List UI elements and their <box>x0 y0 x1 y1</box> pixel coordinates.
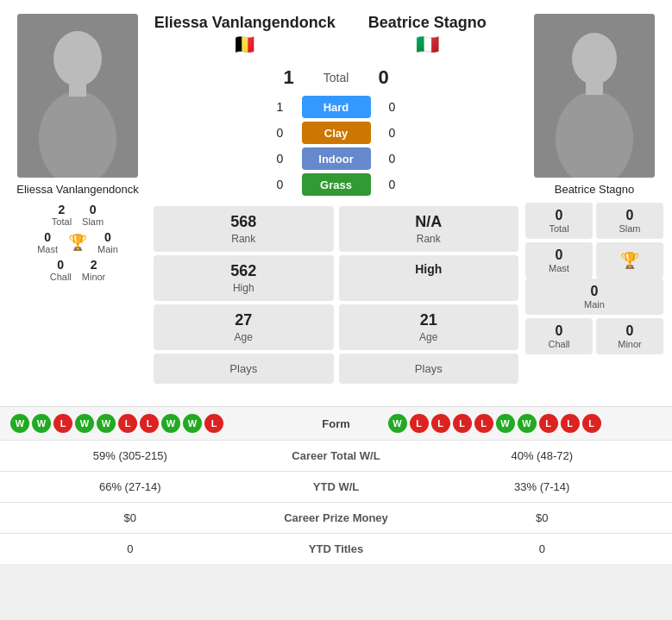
player1-name-center: Eliessa Vanlangendonck <box>154 14 336 32</box>
player1-main-label: Main <box>97 244 118 254</box>
trophy-icon-1: 🏆 <box>68 235 87 250</box>
trophy-cell-2: 🏆 <box>596 242 663 279</box>
stat-left-0: 59% (305-215) <box>10 449 250 462</box>
total-score-right: 0 <box>371 66 397 89</box>
stat-left-3: 0 <box>10 542 250 555</box>
player1-rank-label: Rank <box>164 233 323 245</box>
player1-age-value: 27 <box>164 311 323 329</box>
player2-form-badges: WLLLLWWLLL <box>388 414 663 433</box>
player1-total-value: 2 <box>59 203 66 216</box>
form-badge-p2: W <box>388 414 407 433</box>
hard-score-right: 0 <box>380 100 405 114</box>
player1-total-label: Total <box>52 216 72 227</box>
player2-main-cell-b: 0 Main <box>525 279 663 315</box>
svg-point-1 <box>53 31 102 86</box>
indoor-score-left: 0 <box>267 152 293 166</box>
player2-card: Beatrice Stagno 0 Total 0 Slam 0 Mast 🏆 <box>525 14 663 384</box>
player2-total-value: 0 <box>532 208 586 223</box>
grass-score-right: 0 <box>380 178 405 191</box>
player2-chall-value: 0 <box>532 323 586 339</box>
player1-form-badges: WWLWWLLWWL <box>10 414 285 433</box>
player1-chall-label: Chall <box>50 272 72 282</box>
player2-main-label-b: Main <box>532 299 656 310</box>
indoor-row: 0 Indoor 0 <box>154 147 518 170</box>
player2-mast-value: 0 <box>532 247 586 263</box>
player1-minor-item: 2 Minor <box>82 258 106 282</box>
form-badge-p2: L <box>539 414 558 433</box>
total-row: 1 Total 0 <box>154 66 518 89</box>
player1-high-value: 562 <box>164 262 323 280</box>
stats-table: 59% (305-215) Career Total W/L 40% (48-7… <box>0 441 672 564</box>
player2-total-cell: 0 Total <box>525 203 593 239</box>
surface-rows: 1 Hard 0 0 Clay 0 0 Indoor <box>154 96 518 196</box>
form-badge-p2: L <box>582 414 601 433</box>
player2-high-box: High <box>339 255 519 301</box>
player2-minor-label: Minor <box>603 339 656 349</box>
main-container: Eliessa Vanlangendonck 2 Total 0 Slam 0 … <box>0 0 672 564</box>
hard-btn: Hard <box>302 96 371 118</box>
form-badge-p1: L <box>53 414 72 433</box>
indoor-score-right: 0 <box>380 152 405 166</box>
player2-chall-cell: 0 Chall <box>525 318 593 354</box>
player2-age-value: 21 <box>349 311 509 329</box>
stat-row-0: 59% (305-215) Career Total W/L 40% (48-7… <box>0 441 672 472</box>
stat-center-2: Career Prize Money <box>250 511 423 524</box>
form-badge-p2: L <box>431 414 450 433</box>
svg-rect-7 <box>586 79 603 95</box>
stat-row-1: 66% (27-14) YTD W/L 33% (7-14) <box>0 472 672 503</box>
svg-rect-3 <box>69 79 86 97</box>
player2-flag: 🇮🇹 <box>336 34 519 56</box>
player1-minor-label: Minor <box>82 272 106 282</box>
clay-score-left: 0 <box>267 126 293 140</box>
player1-high-label: High <box>164 282 323 294</box>
bottom-section: WWLWWLLWWL Form WLLLLWWLLL 59% (305-215)… <box>0 406 672 564</box>
stat-left-1: 66% (27-14) <box>10 480 250 493</box>
player1-mast-label: Mast <box>37 244 58 254</box>
player1-rank-value: 568 <box>164 213 323 231</box>
player2-stats-grid: 0 Total 0 Slam 0 Mast 🏆 <box>525 203 663 279</box>
player2-slam-cell: 0 Slam <box>596 203 663 239</box>
stat-left-2: $0 <box>10 511 250 524</box>
player2-chall-label: Chall <box>532 339 586 349</box>
form-badge-p2: L <box>474 414 493 433</box>
form-badge-p1: W <box>10 414 29 433</box>
form-badge-p2: L <box>453 414 472 433</box>
total-score-left: 1 <box>276 66 302 89</box>
player1-stats-row1: 2 Total 0 Slam <box>52 203 104 227</box>
player1-main-item: 0 Main <box>97 230 118 254</box>
player2-mast-cell: 0 Mast <box>525 242 593 279</box>
player2-plays-label: Plays <box>356 362 502 375</box>
total-label: Total <box>311 71 362 85</box>
player1-mast-item: 0 Mast <box>37 230 58 254</box>
player1-main-value: 0 <box>104 230 111 244</box>
clay-btn: Clay <box>302 122 371 144</box>
form-badge-p2: L <box>561 414 580 433</box>
form-badge-p1: W <box>75 414 94 433</box>
stat-center-1: YTD W/L <box>250 480 423 493</box>
trophy-icon-2: 🏆 <box>620 253 639 268</box>
player1-age-box: 27 Age <box>154 304 334 350</box>
player2-rank-box: N/A Rank <box>339 206 519 252</box>
stat-row-2: $0 Career Prize Money $0 <box>0 503 672 534</box>
stat-right-1: 33% (7-14) <box>423 480 663 493</box>
player1-slam-label: Slam <box>82 216 104 227</box>
top-section: Eliessa Vanlangendonck 2 Total 0 Slam 0 … <box>0 0 672 398</box>
player1-flag: 🇧🇪 <box>154 34 336 56</box>
grass-row: 0 Grass 0 <box>154 173 518 196</box>
player2-total-label: Total <box>532 223 586 234</box>
player2-slam-label: Slam <box>603 223 656 234</box>
player1-high-box: 562 High <box>154 255 334 301</box>
clay-row: 0 Clay 0 <box>154 122 518 144</box>
player1-chall-item: 0 Chall <box>50 258 72 282</box>
player1-slam-item: 0 Slam <box>82 203 104 227</box>
player1-minor-value: 2 <box>91 258 97 272</box>
grass-score-left: 0 <box>267 178 293 191</box>
form-badge-p1: W <box>97 414 116 433</box>
stat-center-0: Career Total W/L <box>250 449 423 462</box>
player2-stats-grid2: 0 Chall 0 Minor <box>525 318 663 354</box>
form-badge-p1: W <box>161 414 180 433</box>
player2-minor-cell: 0 Minor <box>596 318 663 354</box>
form-badge-p1: W <box>32 414 51 433</box>
player1-avatar <box>17 14 138 178</box>
player1-slam-value: 0 <box>90 203 97 216</box>
